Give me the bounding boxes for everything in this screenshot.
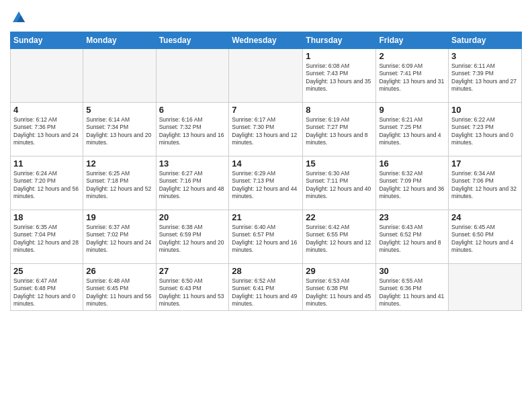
calendar-cell: 5 Sunrise: 6:14 AM Sunset: 7:34 PM Dayli… <box>83 103 156 156</box>
day-number: 22 <box>306 212 373 222</box>
weekday-header-saturday: Saturday <box>449 32 522 49</box>
sunrise-text: Sunrise: 6:52 AM <box>232 277 275 284</box>
calendar-cell <box>229 49 303 103</box>
sunrise-text: Sunrise: 6:40 AM <box>232 224 275 230</box>
daylight-text: Daylight: 12 hours and 0 minutes. <box>13 293 75 307</box>
sunset-text: Sunset: 7:30 PM <box>232 124 274 130</box>
day-number: 4 <box>13 105 80 115</box>
day-info: Sunrise: 6:30 AM Sunset: 7:11 PM Dayligh… <box>306 170 373 201</box>
sunset-text: Sunset: 6:43 PM <box>159 285 202 291</box>
calendar-cell <box>449 264 522 311</box>
sunrise-text: Sunrise: 6:48 AM <box>86 277 130 284</box>
sunset-text: Sunset: 7:27 PM <box>306 124 348 130</box>
daylight-text: Daylight: 13 hours and 24 minutes. <box>13 132 79 146</box>
calendar-cell: 2 Sunrise: 6:09 AM Sunset: 7:41 PM Dayli… <box>376 49 449 103</box>
day-number: 12 <box>86 158 152 169</box>
day-number: 17 <box>451 158 519 169</box>
sunset-text: Sunset: 6:45 PM <box>86 285 128 291</box>
sunset-text: Sunset: 6:59 PM <box>159 231 202 238</box>
daylight-text: Daylight: 12 hours and 36 minutes. <box>379 185 444 199</box>
calendar-cell: 6 Sunrise: 6:16 AM Sunset: 7:32 PM Dayli… <box>156 103 229 156</box>
daylight-text: Daylight: 11 hours and 49 minutes. <box>232 293 297 307</box>
logo <box>10 10 26 25</box>
weekday-header-friday: Friday <box>376 32 449 49</box>
day-info: Sunrise: 6:37 AM Sunset: 7:02 PM Dayligh… <box>86 224 152 255</box>
sunrise-text: Sunrise: 6:42 AM <box>306 224 349 230</box>
daylight-text: Daylight: 13 hours and 0 minutes. <box>451 132 513 146</box>
sunrise-text: Sunrise: 6:27 AM <box>159 170 203 177</box>
sunrise-text: Sunrise: 6:25 AM <box>86 170 130 177</box>
calendar-cell: 23 Sunrise: 6:43 AM Sunset: 6:52 PM Dayl… <box>376 210 449 264</box>
calendar-week-3: 11 Sunrise: 6:24 AM Sunset: 7:20 PM Dayl… <box>11 156 522 210</box>
sunrise-text: Sunrise: 6:12 AM <box>13 116 57 123</box>
day-info: Sunrise: 6:09 AM Sunset: 7:41 PM Dayligh… <box>379 62 445 93</box>
calendar-cell: 30 Sunrise: 6:55 AM Sunset: 6:36 PM Dayl… <box>376 264 449 311</box>
sunrise-text: Sunrise: 6:19 AM <box>306 116 349 123</box>
day-number: 1 <box>306 51 373 61</box>
day-info: Sunrise: 6:25 AM Sunset: 7:18 PM Dayligh… <box>86 170 152 201</box>
calendar-week-2: 4 Sunrise: 6:12 AM Sunset: 7:36 PM Dayli… <box>11 103 522 156</box>
sunset-text: Sunset: 6:41 PM <box>232 285 274 291</box>
sunset-text: Sunset: 6:36 PM <box>379 285 421 291</box>
day-info: Sunrise: 6:22 AM Sunset: 7:23 PM Dayligh… <box>451 116 519 147</box>
sunrise-text: Sunrise: 6:38 AM <box>159 224 203 230</box>
day-number: 6 <box>159 105 226 115</box>
daylight-text: Daylight: 11 hours and 45 minutes. <box>306 293 371 307</box>
calendar-cell: 13 Sunrise: 6:27 AM Sunset: 7:16 PM Dayl… <box>156 156 229 210</box>
daylight-text: Daylight: 11 hours and 56 minutes. <box>86 293 151 307</box>
day-info: Sunrise: 6:19 AM Sunset: 7:27 PM Dayligh… <box>306 116 373 147</box>
daylight-text: Daylight: 13 hours and 12 minutes. <box>232 132 297 146</box>
daylight-text: Daylight: 12 hours and 52 minutes. <box>86 185 151 199</box>
day-info: Sunrise: 6:24 AM Sunset: 7:20 PM Dayligh… <box>13 170 80 201</box>
sunrise-text: Sunrise: 6:47 AM <box>13 277 57 284</box>
sunset-text: Sunset: 7:36 PM <box>13 124 56 130</box>
sunrise-text: Sunrise: 6:53 AM <box>306 277 349 284</box>
sunrise-text: Sunrise: 6:50 AM <box>159 277 203 284</box>
daylight-text: Daylight: 12 hours and 24 minutes. <box>86 239 151 253</box>
day-number: 3 <box>451 51 519 61</box>
sunset-text: Sunset: 7:06 PM <box>451 177 494 184</box>
calendar-cell: 24 Sunrise: 6:45 AM Sunset: 6:50 PM Dayl… <box>449 210 522 264</box>
calendar-cell: 29 Sunrise: 6:53 AM Sunset: 6:38 PM Dayl… <box>303 264 376 311</box>
daylight-text: Daylight: 12 hours and 44 minutes. <box>232 185 297 199</box>
calendar-cell: 27 Sunrise: 6:50 AM Sunset: 6:43 PM Dayl… <box>156 264 229 311</box>
calendar-week-4: 18 Sunrise: 6:35 AM Sunset: 7:04 PM Dayl… <box>11 210 522 264</box>
calendar-cell: 14 Sunrise: 6:29 AM Sunset: 7:13 PM Dayl… <box>229 156 303 210</box>
sunset-text: Sunset: 7:25 PM <box>379 124 421 130</box>
sunrise-text: Sunrise: 6:55 AM <box>379 277 423 284</box>
daylight-text: Daylight: 12 hours and 8 minutes. <box>379 239 441 253</box>
daylight-text: Daylight: 12 hours and 56 minutes. <box>13 185 79 199</box>
day-info: Sunrise: 6:40 AM Sunset: 6:57 PM Dayligh… <box>232 224 300 255</box>
daylight-text: Daylight: 12 hours and 28 minutes. <box>13 239 79 253</box>
sunset-text: Sunset: 7:04 PM <box>13 231 56 238</box>
day-info: Sunrise: 6:42 AM Sunset: 6:55 PM Dayligh… <box>306 224 373 255</box>
sunrise-text: Sunrise: 6:43 AM <box>379 224 423 230</box>
calendar-cell: 4 Sunrise: 6:12 AM Sunset: 7:36 PM Dayli… <box>11 103 83 156</box>
day-number: 27 <box>159 266 226 276</box>
header <box>10 10 522 25</box>
day-number: 9 <box>379 105 445 115</box>
day-info: Sunrise: 6:16 AM Sunset: 7:32 PM Dayligh… <box>159 116 226 147</box>
daylight-text: Daylight: 11 hours and 53 minutes. <box>159 293 224 307</box>
calendar-cell: 22 Sunrise: 6:42 AM Sunset: 6:55 PM Dayl… <box>303 210 376 264</box>
sunset-text: Sunset: 7:43 PM <box>306 70 348 77</box>
sunset-text: Sunset: 7:23 PM <box>451 124 494 130</box>
calendar-cell: 26 Sunrise: 6:48 AM Sunset: 6:45 PM Dayl… <box>83 264 156 311</box>
daylight-text: Daylight: 13 hours and 4 minutes. <box>379 132 441 146</box>
day-info: Sunrise: 6:45 AM Sunset: 6:50 PM Dayligh… <box>451 224 519 255</box>
calendar-cell: 19 Sunrise: 6:37 AM Sunset: 7:02 PM Dayl… <box>83 210 156 264</box>
sunrise-text: Sunrise: 6:21 AM <box>379 116 423 123</box>
day-info: Sunrise: 6:32 AM Sunset: 7:09 PM Dayligh… <box>379 170 445 201</box>
day-info: Sunrise: 6:27 AM Sunset: 7:16 PM Dayligh… <box>159 170 226 201</box>
sunrise-text: Sunrise: 6:30 AM <box>306 170 349 177</box>
day-number: 21 <box>232 212 300 222</box>
day-number: 13 <box>159 158 226 169</box>
day-info: Sunrise: 6:43 AM Sunset: 6:52 PM Dayligh… <box>379 224 445 255</box>
daylight-text: Daylight: 12 hours and 16 minutes. <box>232 239 297 253</box>
day-info: Sunrise: 6:21 AM Sunset: 7:25 PM Dayligh… <box>379 116 445 147</box>
calendar-cell: 1 Sunrise: 6:08 AM Sunset: 7:43 PM Dayli… <box>303 49 376 103</box>
sunrise-text: Sunrise: 6:22 AM <box>451 116 495 123</box>
daylight-text: Daylight: 11 hours and 41 minutes. <box>379 293 444 307</box>
sunset-text: Sunset: 6:38 PM <box>306 285 348 291</box>
weekday-header-thursday: Thursday <box>303 32 376 49</box>
